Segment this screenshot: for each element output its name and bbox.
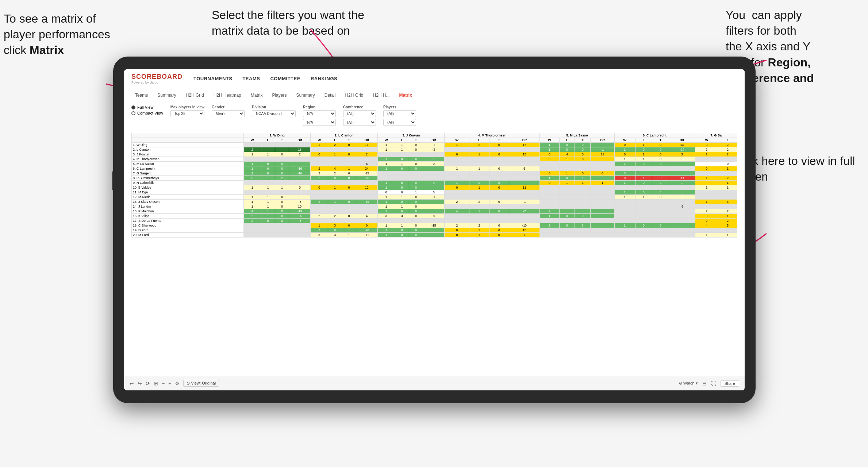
- matrix-cell: -15: [356, 171, 377, 176]
- player-name-cell: 1. W Ding: [132, 143, 244, 147]
- sub-nav-h2h-grid2[interactable]: H2H Grid: [341, 91, 367, 99]
- division-filter: Division NCAA Division I: [252, 105, 296, 117]
- matrix-cell: 11: [509, 185, 540, 190]
- matrix-cell: [718, 204, 737, 209]
- diagonal-cell: [445, 157, 540, 162]
- matrix-cell: 13: [509, 152, 540, 157]
- player-name-cell: 2. L Clanton: [132, 147, 244, 152]
- matrix-cell: 1: [311, 143, 328, 147]
- matrix-cell: 2: [311, 200, 328, 204]
- matrix-cell: 0: [575, 171, 591, 176]
- undo-icon[interactable]: ↩: [130, 381, 134, 386]
- nav-committee[interactable]: COMMITTEE: [270, 76, 300, 81]
- matrix-cell: 3: [575, 223, 591, 228]
- matrix-cell: 0: [575, 147, 591, 152]
- full-view-option[interactable]: Full View: [131, 105, 163, 109]
- matrix-cell: [489, 171, 509, 176]
- table-row: 17. S De La Fuente200-802: [132, 219, 737, 223]
- matrix-cell: [469, 219, 489, 223]
- gender-select[interactable]: Men's: [212, 110, 245, 117]
- conference-select-y[interactable]: (All): [343, 119, 376, 126]
- matrix-cell: [311, 209, 328, 214]
- settings-icon[interactable]: ⚙: [175, 381, 180, 386]
- zoom-in-icon[interactable]: +: [168, 381, 171, 386]
- players-select-x[interactable]: (All): [383, 110, 416, 117]
- sub-nav-matrix-active[interactable]: Matrix: [395, 91, 415, 99]
- matrix-cell: [342, 157, 356, 162]
- sub-nav-players-summary[interactable]: Summary: [292, 91, 318, 99]
- matrix-cell: [614, 200, 635, 204]
- compact-view-option[interactable]: Compact View: [131, 111, 163, 115]
- matrix-cell: 0: [652, 147, 669, 152]
- matrix-cell: [409, 219, 423, 223]
- matrix-cell: [289, 223, 311, 228]
- matrix-cell: [423, 204, 445, 209]
- filter-icon[interactable]: ⊞: [154, 381, 158, 386]
- sub-nav-matrix[interactable]: Matrix: [247, 91, 266, 99]
- nav-rankings[interactable]: RANKINGS: [311, 76, 337, 81]
- nav-tournaments[interactable]: TOURNAMENTS: [193, 76, 232, 81]
- matrix-cell: 0: [489, 228, 509, 233]
- sub-nav-players[interactable]: Players: [268, 91, 290, 99]
- matrix-cell: -19: [289, 209, 311, 214]
- matrix-cell: 0: [423, 162, 445, 166]
- sub-nav-h2hh[interactable]: H2H H...: [369, 91, 393, 99]
- matrix-cell: [540, 200, 559, 204]
- matrix-cell: 3: [328, 233, 342, 238]
- matrix-cell: [591, 233, 614, 238]
- matrix-cell: 0: [445, 185, 469, 190]
- max-players-select[interactable]: Top 25: [170, 110, 204, 117]
- redo-icon[interactable]: ↪: [138, 381, 142, 386]
- sub-nav-summary[interactable]: Summary: [154, 91, 180, 99]
- region-select-x[interactable]: N/A: [303, 110, 336, 117]
- matrix-cell: 1: [614, 190, 635, 195]
- share-button[interactable]: Share: [721, 380, 739, 387]
- matrix-cell: [423, 233, 445, 238]
- region-select-y[interactable]: N/A: [303, 119, 336, 126]
- matrix-cell: 0: [489, 209, 509, 214]
- matrix-cell: [469, 171, 489, 176]
- layout-icon[interactable]: ⊟: [702, 381, 707, 386]
- matrix-cell: [669, 209, 695, 214]
- matrix-cell: 1: [377, 166, 395, 171]
- matrix-cell: 1: [243, 166, 261, 171]
- table-row: 12. M Riedel110-6110-1110-6: [132, 195, 737, 200]
- refresh-icon[interactable]: ⟳: [146, 381, 150, 386]
- matrix-cell: [489, 147, 509, 152]
- player-name-cell: 15. P Maichon: [132, 209, 244, 214]
- matrix-cell: [591, 209, 614, 214]
- sub-nav-teams[interactable]: Teams: [131, 91, 151, 99]
- view-original-button[interactable]: ⊙ View: Original: [183, 380, 219, 387]
- division-select[interactable]: NCAA Division I: [252, 110, 296, 117]
- matrix-cell: 0: [409, 228, 423, 233]
- matrix-cell: -24: [669, 147, 695, 152]
- matrix-cell: [718, 157, 737, 162]
- matrix-cell: [559, 190, 575, 195]
- sub-nav-h2h-heatmap[interactable]: H2H Heatmap: [210, 91, 245, 99]
- matrix-cell: 0: [469, 181, 489, 185]
- nav-teams[interactable]: TEAMS: [242, 76, 260, 81]
- matrix-cell: 0: [275, 195, 289, 200]
- scoreboard-logo: SCOREBOARD Powered by clippd: [131, 73, 183, 84]
- sub-nav-detail[interactable]: Detail: [321, 91, 339, 99]
- matrix-cell: [328, 190, 342, 195]
- matrix-cell: 2: [311, 214, 328, 219]
- matrix-cell: [695, 162, 718, 166]
- matrix-cell: 9: [423, 181, 445, 185]
- matrix-cell: 1: [718, 233, 737, 238]
- conference-select-x[interactable]: (All): [343, 110, 376, 117]
- matrix-cell: 0: [409, 223, 423, 228]
- table-row: 2. L Clanton216110-2100-1100-2422: [132, 147, 737, 152]
- matrix-cell: 1: [395, 147, 409, 152]
- players-select-y[interactable]: (All): [383, 119, 416, 126]
- watch-button[interactable]: ⊙ Watch ▾: [679, 381, 698, 386]
- matrix-cell: 0: [275, 204, 289, 209]
- diagonal-cell: [695, 171, 737, 176]
- zoom-out-icon[interactable]: −: [162, 381, 165, 386]
- region-filter: Region N/A N/A: [303, 105, 336, 126]
- sub-nav-h2h-grid[interactable]: H2H Grid: [182, 91, 208, 99]
- matrix-cell: [540, 185, 559, 190]
- fullscreen-icon[interactable]: ⛶: [711, 381, 716, 386]
- matrix-cell: [423, 166, 445, 171]
- matrix-cell: 1: [695, 185, 718, 190]
